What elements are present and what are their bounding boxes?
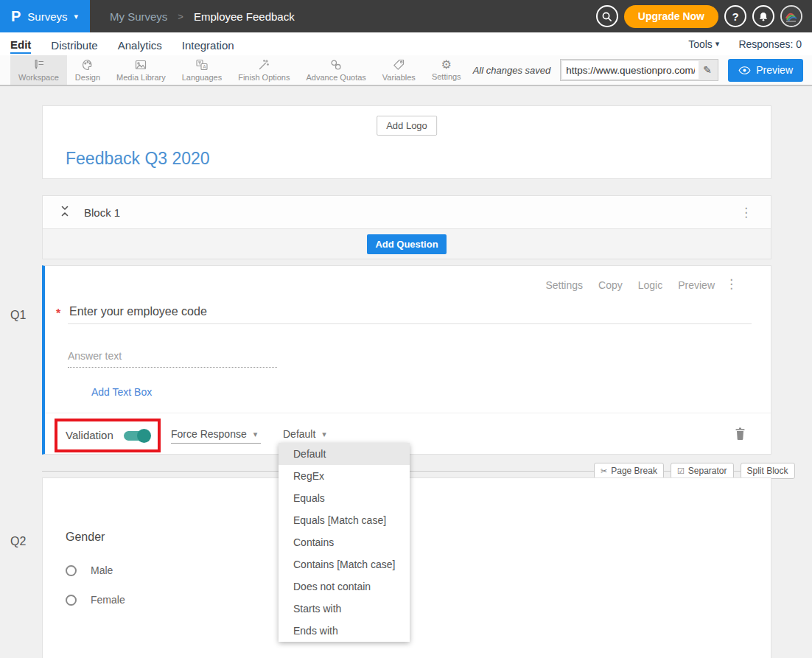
chain-links-icon — [329, 58, 343, 71]
menu-item-equals[interactable]: Equals — [279, 487, 410, 509]
question-text-underline — [68, 323, 752, 324]
product-label: Surveys — [27, 10, 67, 23]
add-logo-button[interactable]: Add Logo — [377, 116, 437, 136]
question-copy-action[interactable]: Copy — [598, 279, 623, 291]
tools-dropdown[interactable]: Tools▾ — [688, 38, 719, 50]
survey-header-card: Add Logo Feedback Q3 2020 — [42, 105, 771, 179]
question-card-q1: Settings Copy Logic Preview ⋮ * Enter yo… — [42, 265, 771, 455]
separator-checkbox-icon: ☑ — [677, 467, 685, 475]
survey-url-field: ✎ — [560, 59, 718, 81]
survey-url-input[interactable] — [562, 61, 699, 79]
question-number-q1: Q1 — [10, 309, 26, 322]
menu-item-equals-match-case[interactable]: Equals [Match case] — [279, 509, 410, 531]
editor-toolbar: Workspace Design Media Library A Languag… — [0, 55, 812, 86]
user-avatar[interactable] — [780, 5, 802, 27]
product-switcher[interactable]: P Surveys ▾ — [0, 0, 90, 32]
notifications-button[interactable] — [752, 5, 774, 27]
question-menu-kebab-icon[interactable]: ⋮ — [725, 278, 738, 290]
magic-wand-icon — [257, 58, 270, 71]
svg-text:A: A — [203, 64, 206, 69]
option-label[interactable]: Male — [91, 564, 113, 576]
validation-toggle[interactable] — [124, 431, 149, 441]
survey-editor-page: P Surveys ▾ My Surveys > Employee Feedba… — [0, 0, 812, 658]
tag-icon — [392, 58, 405, 71]
question-mark-icon: ? — [732, 10, 738, 23]
preview-button[interactable]: Preview — [728, 59, 803, 82]
split-block-button[interactable]: Split Block — [741, 463, 795, 479]
edit-url-pencil-icon[interactable]: ✎ — [699, 64, 716, 76]
insert-controls: ✂ Page Break ☑ Separator Split Block — [594, 463, 795, 479]
palette-icon — [81, 58, 94, 71]
search-button[interactable] — [596, 5, 618, 27]
survey-title[interactable]: Feedback Q3 2020 — [66, 149, 210, 169]
add-question-button[interactable]: Add Question — [367, 234, 446, 254]
tab-edit[interactable]: Edit — [10, 35, 31, 54]
menu-item-contains[interactable]: Contains — [279, 531, 410, 553]
toolbar-variables[interactable]: Variables — [374, 55, 424, 85]
menu-item-does-not-contain[interactable]: Does not contain — [279, 575, 410, 598]
toolbar-design[interactable]: Design — [67, 55, 108, 85]
top-navigation-bar: P Surveys ▾ My Surveys > Employee Feedba… — [0, 0, 812, 32]
tab-integration[interactable]: Integration — [182, 35, 234, 53]
menu-item-starts-with[interactable]: Starts with — [279, 598, 410, 620]
answer-option-male: Male — [66, 564, 113, 576]
radio-button-icon[interactable] — [66, 565, 77, 576]
tab-distribute[interactable]: Distribute — [51, 35, 97, 53]
add-text-box-link[interactable]: Add Text Box — [91, 386, 152, 398]
breadcrumb: My Surveys > Employee Feedback — [110, 10, 295, 23]
toolbar-settings[interactable]: ⚙ Settings — [424, 55, 469, 85]
tab-analytics[interactable]: Analytics — [118, 35, 162, 53]
separator-button[interactable]: ☑ Separator — [671, 463, 734, 479]
required-asterisk: * — [56, 307, 60, 321]
option-label[interactable]: Female — [91, 594, 125, 606]
toolbar-advance-quotas[interactable]: Advance Quotas — [298, 55, 374, 85]
validation-divider — [45, 413, 771, 413]
chevron-down-icon: ▾ — [74, 13, 79, 21]
block-header: Block 1 ⋮ — [42, 195, 771, 229]
page-break-button[interactable]: ✂ Page Break — [594, 463, 664, 479]
chevron-down-icon: ▾ — [715, 40, 720, 48]
question-preview-action[interactable]: Preview — [678, 279, 715, 291]
breadcrumb-my-surveys[interactable]: My Surveys — [110, 10, 167, 23]
question-settings-action[interactable]: Settings — [545, 279, 583, 291]
validation-label: Validation — [66, 429, 113, 441]
chevron-down-icon: ▾ — [253, 430, 258, 438]
collapse-block-icon[interactable] — [60, 206, 70, 220]
toolbar-finish-options[interactable]: Finish Options — [230, 55, 298, 85]
topbar-actions: Upgrade Now ? — [596, 5, 812, 28]
question-text-q2[interactable]: Gender — [66, 531, 105, 544]
block-menu-kebab-icon[interactable]: ⋮ — [740, 206, 752, 219]
block-title[interactable]: Block 1 — [84, 206, 120, 219]
responses-count[interactable]: Responses: 0 — [738, 38, 802, 50]
answer-placeholder[interactable]: Answer text — [68, 350, 122, 362]
chevron-down-icon: ▾ — [322, 430, 326, 438]
delete-question-trash-icon[interactable] — [735, 427, 746, 443]
menu-item-regex[interactable]: RegEx — [279, 465, 410, 487]
question-text-q1[interactable]: Enter your employee code — [69, 305, 207, 318]
autosave-status: All changes saved — [473, 65, 551, 76]
question-logic-action[interactable]: Logic — [638, 279, 662, 291]
page-break-icon: ✂ — [601, 467, 607, 475]
tabrow-right: Tools▾ Responses: 0 — [688, 38, 802, 50]
help-button[interactable]: ? — [724, 5, 746, 27]
menu-item-default[interactable]: Default — [279, 443, 410, 465]
validation-type-dropdown[interactable]: Default ▾ — [283, 428, 332, 444]
menu-item-ends-with[interactable]: Ends with — [279, 620, 410, 642]
toolbar-languages[interactable]: A Languages — [174, 55, 230, 85]
answer-input-underline — [68, 367, 277, 368]
toolbar-right: All changes saved ✎ Preview — [473, 55, 812, 85]
add-question-strip: Add Question — [42, 229, 771, 259]
upgrade-now-button[interactable]: Upgrade Now — [624, 5, 718, 28]
toggle-knob — [137, 429, 151, 443]
toolbar-workspace[interactable]: Workspace — [10, 55, 67, 85]
toolbar-media-library[interactable]: Media Library — [108, 55, 174, 85]
translate-icon: A — [195, 58, 209, 71]
eye-icon — [738, 66, 751, 74]
validation-type-menu: Default RegEx Equals Equals [Match case]… — [279, 443, 410, 642]
radio-button-icon[interactable] — [66, 595, 77, 606]
bell-icon — [758, 11, 769, 22]
gear-icon: ⚙ — [441, 59, 452, 71]
menu-item-contains-match-case[interactable]: Contains [Match case] — [279, 553, 410, 575]
force-response-dropdown[interactable]: Force Response ▾ — [171, 428, 261, 444]
question-number-q2: Q2 — [10, 535, 26, 548]
